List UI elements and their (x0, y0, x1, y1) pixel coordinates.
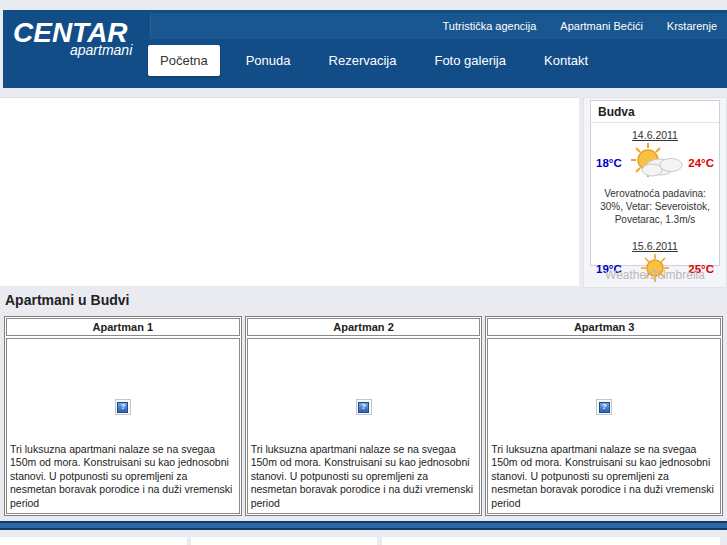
temp-high-day2: 25°C (688, 263, 714, 275)
weather-date-link-2[interactable]: 15.6.2011 (632, 240, 678, 252)
top-link-krstarenje[interactable]: Krstarenje (667, 20, 717, 32)
weather-day-1: 14.6.2011 18°C (591, 123, 719, 226)
apartment-3-body: ? Tri luksuzna apartmani nalaze se na sv… (487, 338, 721, 514)
nav-item-ponuda[interactable]: Ponuda (234, 45, 303, 76)
apartment-2-title: Apartman 2 (247, 318, 481, 336)
main-nav: Početna Ponuda Rezervacija Foto galerija… (148, 45, 614, 75)
nav-item-kontakt[interactable]: Kontakt (532, 45, 600, 76)
page-title: Apartmani u Budvi (5, 292, 129, 308)
weather-day-2: 15.6.2011 19°C 25°C Weather2Um (591, 234, 719, 284)
broken-image-icon[interactable]: ? (596, 399, 612, 415)
apartment-3-description: Tri luksuzna apartmani nalaze se na sveg… (491, 443, 717, 511)
apartment-column-3: Apartman 3 ? Tri luksuzna apartmani nala… (485, 316, 723, 516)
header-bar: Tutristička agencija Apartmani Bečići Kr… (3, 10, 727, 88)
apartment-2-description: Tri luksuzna apartmani nalaze se na sveg… (251, 443, 477, 511)
apartment-1-description: Tri luksuzna apartmani nalaze se na sveg… (10, 443, 236, 511)
apartment-column-1: Apartman 1 ? Tri luksuzna apartmani nala… (4, 316, 242, 516)
apartment-3-title: Apartman 3 (487, 318, 721, 336)
apartment-1-body: ? Tri luksuzna apartmani nalaze se na sv… (6, 338, 240, 514)
logo-subtitle: apartmani (70, 42, 132, 58)
footer-column-2 (191, 537, 377, 545)
top-link-turisticka-agencija[interactable]: Tutristička agencija (443, 20, 537, 32)
nav-item-pocetna[interactable]: Početna (148, 45, 220, 76)
sun-icon (638, 253, 672, 285)
top-link-apartmani-becici[interactable]: Apartmani Bečići (560, 20, 643, 32)
temp-low-day1: 18°C (596, 157, 622, 169)
footer-column-3 (382, 537, 720, 545)
apartment-2-body: ? Tri luksuzna apartmani nalaze se na sv… (247, 338, 481, 514)
weather-date-link-1[interactable]: 14.6.2011 (632, 129, 678, 141)
temp-high-day1: 24°C (688, 157, 714, 169)
apartment-1-title: Apartman 1 (6, 318, 240, 336)
weather-widget: Budva 14.6.2011 18°C (590, 100, 720, 266)
footer-column-1 (0, 537, 187, 545)
broken-image-icon[interactable]: ? (115, 399, 131, 415)
sun-cloud-icon (624, 141, 686, 185)
top-links-strip: Tutristička agencija Apartmani Bečići Kr… (150, 13, 727, 39)
logo[interactable]: CENTAR apartmani (13, 18, 132, 58)
nav-item-rezervacija[interactable]: Rezervacija (317, 45, 409, 76)
apartment-column-2: Apartman 2 ? Tri luksuzna apartmani nala… (245, 316, 483, 516)
nav-item-foto-galerija[interactable]: Foto galerija (422, 45, 518, 76)
broken-image-icon[interactable]: ? (356, 399, 372, 415)
footer-divider-bar (0, 521, 727, 530)
weather-panel: Budva 14.6.2011 18°C (583, 97, 727, 288)
apartments-table: Apartman 1 ? Tri luksuzna apartmani nala… (4, 316, 723, 516)
weather-details-day1: Verovatnoća padavina: 30%, Vetar: Severo… (591, 185, 719, 226)
weather-location-title: Budva (591, 101, 719, 123)
temp-low-day2: 19°C (596, 263, 622, 275)
banner-slider-area (0, 97, 579, 286)
